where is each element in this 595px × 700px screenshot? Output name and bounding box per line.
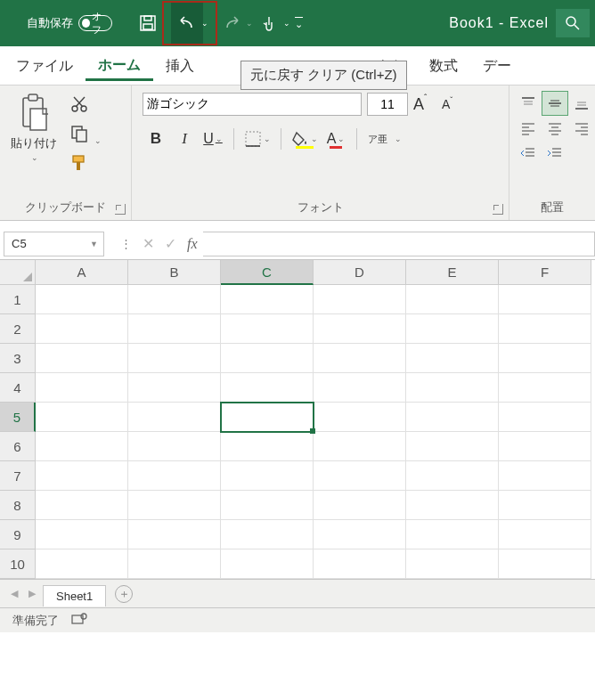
autosave-toggle[interactable]: 自動保存 オフ <box>27 15 112 31</box>
font-color-button[interactable]: A⌄ <box>322 126 349 151</box>
column-header[interactable]: C <box>221 260 314 285</box>
macro-record-icon[interactable] <box>71 613 87 628</box>
cell[interactable] <box>128 491 221 520</box>
cancel-edit-button[interactable]: ✕ <box>143 235 154 252</box>
borders-button[interactable]: ⌄ <box>241 126 273 151</box>
cell[interactable] <box>406 549 499 579</box>
cell[interactable] <box>314 432 406 461</box>
sheet-tab-1[interactable]: Sheet1 <box>43 585 106 606</box>
underline-button[interactable]: U⌄ <box>200 126 226 151</box>
cell[interactable] <box>314 314 406 344</box>
font-size-select[interactable] <box>367 93 408 116</box>
cell[interactable] <box>406 403 499 432</box>
add-sheet-button[interactable]: ＋ <box>115 585 133 603</box>
cut-button[interactable] <box>69 94 102 117</box>
cell[interactable] <box>499 549 591 579</box>
confirm-edit-button[interactable]: ✓ <box>165 235 176 252</box>
cell[interactable] <box>128 520 221 549</box>
cell[interactable] <box>221 491 314 520</box>
column-header[interactable]: F <box>499 260 591 285</box>
cell[interactable] <box>314 549 406 579</box>
column-header[interactable]: D <box>314 260 406 285</box>
format-painter-button[interactable] <box>69 153 102 175</box>
align-middle[interactable] <box>542 91 568 116</box>
cell[interactable] <box>406 344 499 373</box>
row-header[interactable]: 10 <box>0 549 36 579</box>
undo-button[interactable] <box>171 3 203 44</box>
paste-button[interactable]: 貼り付け ⌄ <box>5 91 62 162</box>
touch-dropdown[interactable]: ⌄ <box>283 19 290 28</box>
cell[interactable] <box>36 432 128 461</box>
cell[interactable] <box>499 432 591 461</box>
cell[interactable] <box>128 373 221 403</box>
select-all-corner[interactable] <box>0 260 36 285</box>
cell[interactable] <box>221 285 314 314</box>
undo-dropdown[interactable]: ⌄ <box>201 19 208 28</box>
tab-data-partial[interactable]: デー <box>470 52 511 79</box>
column-header[interactable]: B <box>128 260 221 285</box>
cell[interactable] <box>221 403 314 432</box>
cell[interactable] <box>314 520 406 549</box>
align-center[interactable] <box>542 116 568 141</box>
cell[interactable] <box>314 461 406 491</box>
cell[interactable] <box>499 314 591 344</box>
phonetic-button[interactable]: ア亜 <box>364 126 391 151</box>
cell[interactable] <box>314 491 406 520</box>
formula-input[interactable] <box>203 232 595 256</box>
cell[interactable] <box>221 373 314 403</box>
cell[interactable] <box>128 285 221 314</box>
cell[interactable] <box>314 285 406 314</box>
column-header[interactable]: E <box>406 260 499 285</box>
row-header[interactable]: 6 <box>0 432 36 461</box>
align-right[interactable] <box>568 116 595 141</box>
redo-dropdown[interactable]: ⌄ <box>246 19 253 28</box>
row-header[interactable]: 9 <box>0 520 36 549</box>
decrease-font-button[interactable]: Aˇ <box>442 97 450 111</box>
qat-customize[interactable]: ⌄ <box>290 7 306 39</box>
cell[interactable] <box>128 314 221 344</box>
sheet-nav-prev[interactable]: ◀ <box>7 588 21 599</box>
cell[interactable] <box>221 432 314 461</box>
row-header[interactable]: 3 <box>0 344 36 373</box>
row-header[interactable]: 1 <box>0 285 36 314</box>
tab-home[interactable]: ホーム <box>86 51 153 81</box>
cell[interactable] <box>36 520 128 549</box>
cell[interactable] <box>406 491 499 520</box>
fx-button[interactable]: fx <box>187 236 198 252</box>
row-header[interactable]: 4 <box>0 373 36 403</box>
search-button[interactable] <box>556 9 590 37</box>
cell[interactable] <box>128 432 221 461</box>
fill-color-button[interactable]: ⌄ <box>289 126 321 151</box>
cell[interactable] <box>36 403 128 432</box>
cell[interactable] <box>499 285 591 314</box>
cell[interactable] <box>128 461 221 491</box>
bold-button[interactable]: B <box>143 126 169 151</box>
worksheet-grid[interactable]: ABCDEF 12345678910 <box>0 260 595 579</box>
cell[interactable] <box>406 461 499 491</box>
cell[interactable] <box>36 549 128 579</box>
tab-formulas[interactable]: 数式 <box>417 52 470 79</box>
cell[interactable] <box>221 344 314 373</box>
row-header[interactable]: 5 <box>0 403 36 432</box>
row-header[interactable]: 7 <box>0 461 36 491</box>
tab-insert[interactable]: 挿入 <box>153 52 207 79</box>
cell[interactable] <box>221 549 314 579</box>
decrease-indent[interactable] <box>515 141 542 166</box>
cell[interactable] <box>128 403 221 432</box>
font-name-select[interactable] <box>143 93 362 116</box>
copy-button[interactable]: ⌄ <box>69 124 102 146</box>
cell[interactable] <box>221 520 314 549</box>
align-top[interactable] <box>515 91 542 116</box>
align-left[interactable] <box>515 116 542 141</box>
cell[interactable] <box>499 520 591 549</box>
row-header[interactable]: 2 <box>0 314 36 344</box>
cell[interactable] <box>128 549 221 579</box>
save-button[interactable] <box>132 7 164 39</box>
cell[interactable] <box>499 344 591 373</box>
cell-options-icon[interactable]: ⋮ <box>120 237 132 250</box>
cell[interactable] <box>36 285 128 314</box>
cell[interactable] <box>499 373 591 403</box>
cell[interactable] <box>406 373 499 403</box>
name-box[interactable]: C5 ▼ <box>4 232 104 256</box>
cell[interactable] <box>36 491 128 520</box>
